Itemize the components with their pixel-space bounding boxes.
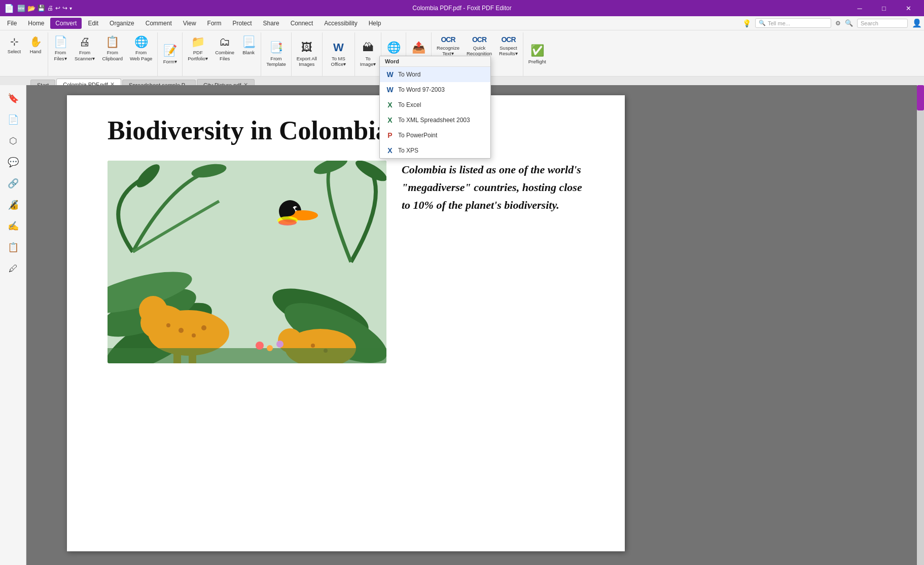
sidebar-form-icon[interactable]: 📋 [4,238,22,256]
dropdown-item-to-excel[interactable]: X To Excel [380,97,490,112]
to-other-icon: 📤 [412,41,425,54]
svg-point-16 [166,323,170,327]
sidebar-layers-icon[interactable]: ⬡ [4,132,22,150]
from-clipboard-button[interactable]: 📋 FromClipboard [99,33,126,63]
from-group: 📄 FromFiles▾ 🖨 FromScanner▾ 📋 FromClipbo… [48,32,158,76]
customize-icon[interactable]: ▾ [69,6,72,11]
to-ms-office-icon: W [333,41,344,54]
pdf-portfolio-button[interactable]: 📁 PDFPortfolio▾ [185,33,211,63]
from-clipboard-icon: 📋 [105,35,119,49]
preflight-button[interactable]: ✅ Preflight [525,33,549,75]
menu-share[interactable]: Share [258,18,285,29]
preflight-icon: ✅ [530,44,544,57]
to-ms-office-button[interactable]: W To MSOffice▾ [325,33,352,75]
save-icon[interactable]: 💾 [38,5,45,12]
hand-button[interactable]: ✋ Hand [25,33,46,56]
menu-form[interactable]: Form [202,18,227,29]
menu-accessibility[interactable]: Accessibility [319,18,362,29]
recognize-text-icon: OCR [441,35,455,44]
jungle-svg [108,161,386,363]
open-icon[interactable]: 📂 [27,5,35,12]
undo-icon[interactable]: ↩ [55,5,60,12]
sidebar-link-icon[interactable]: 🔗 [4,174,22,193]
sidebar-stamp-icon[interactable]: 🔏 [4,196,22,214]
dropdown-item-to-powerpoint[interactable]: P To PowerPoint [380,128,490,143]
from-template-button[interactable]: 📑 FromTemplate [263,33,289,75]
recognize-text-button[interactable]: OCR RecognizeText▾ [434,33,463,59]
document-image [108,161,386,363]
menu-edit[interactable]: Edit [83,18,103,29]
preflight-group: ✅ Preflight [523,32,551,76]
svg-point-26 [295,207,298,210]
suspect-results-button[interactable]: OCR SuspectResults▾ [496,33,521,59]
find-icon[interactable]: 🔍 [845,19,853,27]
blank-button[interactable]: 📃 Blank [238,33,259,58]
to-image-icon: 🏔 [363,41,374,54]
select-button[interactable]: ⊹ Select [4,33,24,56]
maximize-button[interactable]: □ [872,0,896,16]
pdf-portfolio-icon: 📁 [191,35,205,49]
excel-icon: X [386,101,394,109]
menu-view[interactable]: View [178,18,201,29]
quick-recognition-button[interactable]: OCR QuickRecognition [464,33,495,59]
menu-organize[interactable]: Organize [104,18,139,29]
dropdown-menu: Word W To Word W To Word 97-2003 X To Ex… [379,56,491,159]
from-web-page-icon: 🌐 [134,35,148,49]
menu-file[interactable]: File [2,18,22,29]
blank-icon: 📃 [242,35,256,49]
dropdown-header: Word [380,56,490,67]
svg-point-31 [256,342,264,350]
lightbulb-icon: 💡 [742,19,751,27]
menu-protect[interactable]: Protect [228,18,257,29]
word-97-icon: W [386,86,394,94]
minimize-button[interactable]: ─ [848,0,871,16]
from-files-button[interactable]: 📄 FromFiles▾ [50,33,70,63]
quick-recognition-icon: OCR [472,35,486,44]
tell-me-input[interactable]: 🔍 Tell me... [755,18,831,28]
menu-home[interactable]: Home [23,18,49,29]
dropdown-item-to-xml[interactable]: X To XML Spreadsheet 2003 [380,112,490,128]
dropdown-item-to-word-97-2003[interactable]: W To Word 97-2003 [380,82,490,97]
scroll-thumb[interactable] [917,85,924,110]
xps-icon: X [386,146,394,155]
dropdown-item-to-xps[interactable]: X To XPS [380,143,490,158]
app-icon: 📄 [4,4,14,13]
form-button[interactable]: 📝 Form▾ [160,33,180,75]
svg-point-29 [278,219,297,225]
sidebar-page-icon[interactable]: 📄 [4,110,22,129]
from-web-page-button[interactable]: 🌐 FromWeb Page [127,33,155,63]
from-scanner-icon: 🖨 [79,35,90,49]
to-image-button[interactable]: 🏔 ToImage▾ [357,33,379,75]
sidebar-signature-icon[interactable]: ✍ [4,217,22,235]
print-icon[interactable]: 🖨 [47,5,53,12]
sidebar: 🔖 📄 ⬡ 💬 🔗 🔏 ✍ 📋 🖊 [0,85,26,565]
sidebar-comment-icon[interactable]: 💬 [4,153,22,171]
menu-comment[interactable]: Comment [140,18,177,29]
close-button[interactable]: ✕ [897,0,920,16]
from-scanner-button[interactable]: 🖨 FromScanner▾ [72,33,98,63]
document-body: Colombia is listed as one of the world's… [108,161,584,363]
user-icon[interactable]: 👤 [912,18,922,28]
sidebar-bookmark-icon[interactable]: 🔖 [4,89,22,107]
redo-icon[interactable]: ↪ [62,5,67,12]
export-all-images-button[interactable]: 🖼 Export AllImages [294,33,320,75]
word-icon: W [386,70,394,79]
form-icon: 📝 [163,44,177,57]
from-files-icon: 📄 [54,35,67,49]
suspect-results-icon: OCR [501,35,515,44]
vertical-scrollbar[interactable] [917,85,924,565]
window-title: Colombia PDF.pdf - Foxit PDF Editor [412,5,511,12]
search-input[interactable]: Search [857,19,908,28]
options-icon[interactable]: ⚙ [835,20,841,27]
menu-help[interactable]: Help [364,18,386,29]
menu-convert[interactable]: Convert [50,18,82,29]
new-icon[interactable]: 🆕 [17,5,25,12]
document-body-text: Colombia is listed as one of the world's… [402,161,584,214]
hand-icon: ✋ [29,35,42,48]
sidebar-redact-icon[interactable]: 🖊 [4,259,22,278]
svg-point-33 [276,341,283,348]
dropdown-item-to-word[interactable]: W To Word [380,67,490,82]
menu-connect[interactable]: Connect [286,18,318,29]
combine-files-button[interactable]: 🗂 CombineFiles [212,33,237,63]
tell-me-icon: 🔍 [759,20,766,26]
